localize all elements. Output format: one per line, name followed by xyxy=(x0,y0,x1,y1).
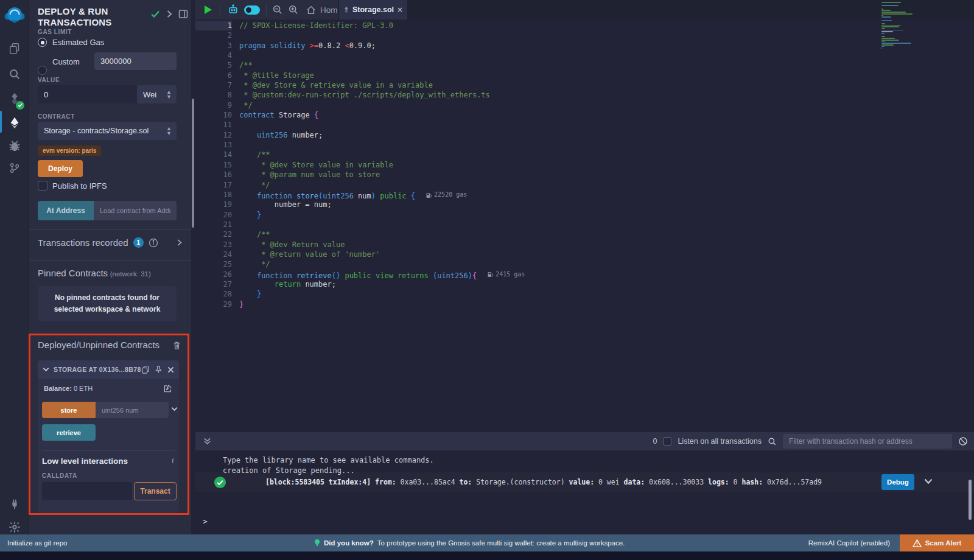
store-function-button[interactable]: store xyxy=(42,402,96,418)
expand-tx-icon[interactable] xyxy=(924,478,933,485)
contract-select[interactable]: Storage - contracts/Storage.sol ▲▼ xyxy=(38,122,177,140)
scam-alert-button[interactable]: Scam Alert xyxy=(900,534,974,551)
divider xyxy=(29,229,191,230)
line-number: 16 xyxy=(195,170,232,180)
line-number: 3 xyxy=(195,41,232,51)
gas-estimate: 2415 gas xyxy=(488,270,525,279)
line-number: 27 xyxy=(195,279,232,289)
custom-gas-radio[interactable] xyxy=(38,66,47,75)
solidity-compiler-icon[interactable] xyxy=(0,88,29,110)
listen-all-checkbox[interactable] xyxy=(663,437,671,446)
collapse-terminal-icon[interactable] xyxy=(203,437,211,446)
pinned-network-text: (network: 31) xyxy=(110,270,151,278)
line-number: 1 xyxy=(195,21,232,30)
custom-gas-input[interactable] xyxy=(94,52,177,70)
value-unit-select[interactable]: Wei ▲▼ xyxy=(137,85,177,103)
edit-icon[interactable] xyxy=(163,384,172,393)
line-number: 18 xyxy=(195,190,232,200)
low-level-info-icon[interactable]: i xyxy=(172,455,174,465)
minimap[interactable] xyxy=(881,2,928,49)
search-icon[interactable] xyxy=(0,63,29,85)
tab-home[interactable]: Home xyxy=(306,0,342,19)
code-line: 26 function retrieve() public view retur… xyxy=(195,270,974,279)
transact-button[interactable]: Transact xyxy=(134,482,177,500)
close-icon[interactable] xyxy=(167,366,174,373)
solidity-file-icon xyxy=(344,5,349,14)
at-address-input[interactable] xyxy=(94,201,177,220)
zoom-out-icon[interactable] xyxy=(272,0,283,19)
pin-panel-icon[interactable] xyxy=(178,9,188,19)
line-number: 7 xyxy=(195,80,232,90)
listen-all-label: Listen on all transactions xyxy=(678,437,762,446)
deploy-run-icon[interactable] xyxy=(0,112,29,134)
warning-icon xyxy=(913,539,922,547)
no-pinned-contracts-box: No pinned contracts found for selected w… xyxy=(38,286,177,321)
expand-args-icon[interactable] xyxy=(171,407,178,411)
low-level-title: Low level interactions xyxy=(42,457,128,466)
run-script-icon[interactable] xyxy=(204,0,212,19)
terminal-scrollbar[interactable] xyxy=(969,480,972,520)
store-args-input[interactable] xyxy=(96,402,169,418)
home-icon xyxy=(306,5,316,15)
value-input[interactable] xyxy=(38,85,137,103)
zoom-in-icon[interactable] xyxy=(288,0,299,19)
copilot-toggle[interactable] xyxy=(244,0,260,19)
tab-close-icon[interactable] xyxy=(398,7,402,13)
git-icon[interactable] xyxy=(0,157,29,179)
code-content[interactable]: 1// SPDX-License-Identifier: GPL-3.023pr… xyxy=(195,21,974,309)
code-line: 4 xyxy=(195,51,974,60)
code-line: 20 } xyxy=(195,210,974,220)
calldata-input[interactable] xyxy=(42,482,132,500)
tip-bold: Did you know? xyxy=(324,539,374,547)
tx-success-icon xyxy=(214,476,226,489)
code-line: 1// SPDX-License-Identifier: GPL-3.0 xyxy=(195,21,974,30)
terminal-filter-input[interactable] xyxy=(783,434,952,449)
window-bottom-edge xyxy=(0,551,974,560)
remix-logo-icon[interactable] xyxy=(0,4,29,28)
panel-forward-icon[interactable] xyxy=(166,10,173,18)
terminal-header: 0 Listen on all transactions xyxy=(195,432,974,450)
editor-toolbar: Home Storage.sol xyxy=(195,0,974,19)
estimated-gas-radio[interactable] xyxy=(38,38,47,47)
git-init-status[interactable]: Initialize as git repo xyxy=(7,539,67,547)
pending-tx-count: 0 xyxy=(653,437,657,446)
deploy-button[interactable]: Deploy xyxy=(38,160,83,177)
contract-label: CONTRACT xyxy=(38,113,75,120)
ai-copilot-robot-icon[interactable] xyxy=(227,0,239,19)
clear-console-icon[interactable] xyxy=(958,436,968,446)
code-editor: Home Storage.sol 1// SPDX-License-Identi… xyxy=(195,0,974,432)
instance-header[interactable]: STORAGE AT 0X136...8B78 xyxy=(38,360,179,379)
debugger-icon[interactable] xyxy=(0,135,29,157)
pin-icon[interactable] xyxy=(155,365,163,374)
code-line: 22 /** xyxy=(195,229,974,239)
balance-row: Balance: 0 ETH xyxy=(44,385,93,392)
terminal-search-icon[interactable] xyxy=(768,437,777,446)
panel-scrollbar[interactable] xyxy=(192,99,194,228)
remix-ide-window: DEPLOY & RUN TRANSACTIONS GAS LIMIT Esti… xyxy=(0,0,974,560)
trash-icon[interactable] xyxy=(173,341,181,350)
file-explorer-icon[interactable] xyxy=(0,38,29,60)
transactions-recorded-row[interactable]: Transactions recorded 1 xyxy=(38,237,183,248)
plugin-manager-icon[interactable] xyxy=(0,493,29,515)
icon-rail xyxy=(0,0,29,534)
debug-button[interactable]: Debug xyxy=(881,474,914,490)
updown-icon: ▲▼ xyxy=(166,89,172,99)
tab-storage-sol[interactable]: Storage.sol xyxy=(339,0,407,19)
code-line: 16 * @param num value to store xyxy=(195,170,974,180)
info-icon[interactable] xyxy=(149,238,158,248)
retrieve-function-button[interactable]: retrieve xyxy=(42,424,96,441)
code-line: 17 */ xyxy=(195,180,974,190)
copy-icon[interactable] xyxy=(141,365,150,374)
line-number: 9 xyxy=(195,100,232,110)
copilot-status[interactable]: RemixAI Copilot (enabled) xyxy=(808,539,890,547)
line-number: 17 xyxy=(195,180,232,190)
compiled-check-icon xyxy=(150,10,160,18)
publish-ipfs-checkbox[interactable] xyxy=(38,181,47,191)
code-line: 6 * @title Storage xyxy=(195,71,974,80)
at-address-button[interactable]: At Address xyxy=(38,201,94,220)
terminal-prompt[interactable]: > xyxy=(203,516,208,527)
line-number: 5 xyxy=(195,60,232,70)
chevron-right-icon[interactable] xyxy=(176,239,183,247)
transaction-log-row[interactable]: [block:5583405 txIndex:4] from: 0xa03...… xyxy=(195,472,974,492)
scam-alert-label: Scam Alert xyxy=(925,539,962,547)
